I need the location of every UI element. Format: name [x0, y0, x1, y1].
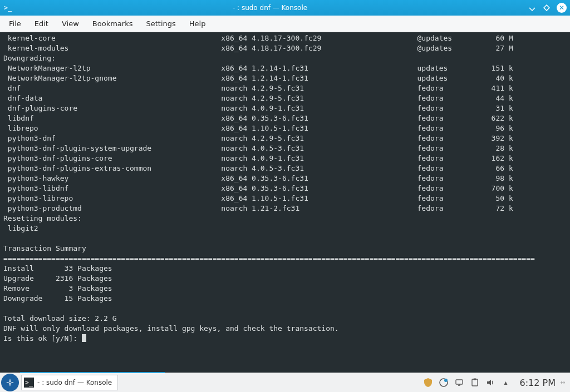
window-titlebar: >_ - : sudo dnf — Konsole ✕ [0, 0, 570, 16]
svg-point-5 [444, 379, 448, 382]
scroll-indicator [20, 372, 165, 373]
terminal-cursor [82, 334, 86, 342]
menu-file[interactable]: File [9, 19, 21, 28]
window-title: - : sudo dnf — Konsole [17, 4, 523, 12]
svg-rect-7 [472, 379, 478, 386]
clock[interactable]: 6:12 PM [515, 378, 560, 388]
system-tray: ▴ [419, 378, 515, 388]
show-desktop-icon[interactable] [560, 378, 570, 388]
menu-settings[interactable]: Settings [146, 19, 175, 28]
svg-rect-8 [473, 379, 476, 380]
menu-bar: File Edit View Bookmarks Settings Help [0, 16, 570, 32]
menu-bookmarks[interactable]: Bookmarks [92, 19, 133, 28]
menu-edit[interactable]: Edit [35, 19, 48, 28]
clipboard-icon[interactable] [470, 378, 480, 388]
svg-rect-6 [456, 380, 463, 384]
app-icon: >_ [3, 3, 12, 12]
tray-expand-icon[interactable]: ▴ [501, 378, 511, 388]
start-button[interactable] [1, 374, 19, 391]
svg-point-3 [9, 382, 11, 384]
task-label: - : sudo dnf — Konsole [37, 379, 112, 386]
task-entry-konsole[interactable]: >_ - : sudo dnf — Konsole [21, 375, 118, 390]
volume-icon[interactable] [485, 378, 495, 388]
menu-view[interactable]: View [62, 19, 79, 28]
minimize-button[interactable] [528, 3, 537, 12]
maximize-button[interactable] [542, 3, 551, 12]
package-icon[interactable] [423, 378, 433, 388]
network-icon[interactable] [454, 378, 464, 388]
taskbar: >_ - : sudo dnf — Konsole ▴ 6:12 PM [0, 373, 570, 392]
close-button[interactable]: ✕ [557, 3, 567, 13]
menu-help[interactable]: Help [189, 19, 206, 28]
terminal-output[interactable]: kernel-core x86_64 4.18.17-300.fc29 @upd… [0, 32, 570, 373]
terminal-icon: >_ [24, 378, 34, 388]
window-controls: ✕ [528, 3, 567, 13]
updates-icon[interactable] [439, 378, 449, 388]
